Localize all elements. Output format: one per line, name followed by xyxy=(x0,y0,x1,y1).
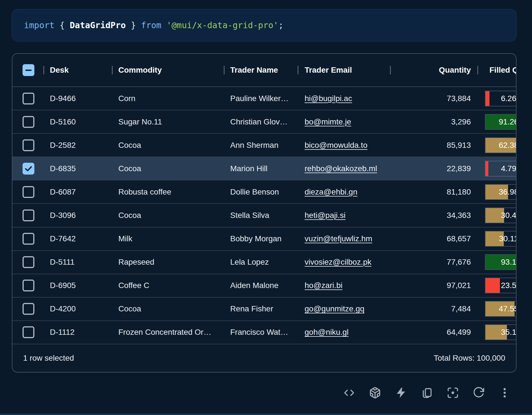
column-header-quantity[interactable]: Quantity xyxy=(391,66,478,75)
cell-desk: D-6905 xyxy=(44,281,113,290)
cell-desk: D-7642 xyxy=(44,234,113,243)
table-row[interactable]: D-6905 Coffee C Aiden Malone ho@zari.bi … xyxy=(12,274,516,298)
column-header-desk[interactable]: Desk xyxy=(44,66,113,75)
table-row[interactable]: D-2582 Cocoa Ann Sherman bico@mowulda.to… xyxy=(12,134,516,157)
code-snippet-panel: import { DataGridPro } from '@mui/x-data… xyxy=(12,9,517,41)
cell-trader-name: Aiden Malone xyxy=(225,281,298,290)
cell-desk: D-9466 xyxy=(44,94,113,103)
stackblitz-button[interactable] xyxy=(394,386,407,399)
cell-commodity: Milk xyxy=(113,234,225,243)
cell-commodity: Cocoa xyxy=(113,304,225,313)
filled-quantity-bar: 35.1 xyxy=(485,324,517,340)
cell-trader-name: Dollie Benson xyxy=(225,188,298,197)
table-row[interactable]: D-9466 Corn Pauline Wilker… hi@bugilpi.a… xyxy=(12,87,516,110)
filled-quantity-bar: 62.38 xyxy=(485,137,517,153)
filled-quantity-value: 93.1 xyxy=(486,255,517,269)
table-row[interactable]: D-5160 Sugar No.11 Christian Glov… bo@mi… xyxy=(12,110,516,134)
filled-quantity-value: 47.55 xyxy=(486,302,517,316)
trader-email-link[interactable]: vivosiez@cilboz.pk xyxy=(305,258,371,266)
filled-quantity-bar: 30.11 xyxy=(485,231,517,247)
refresh-icon xyxy=(473,387,485,399)
table-row[interactable]: D-6087 Robusta coffee Dollie Benson diez… xyxy=(12,180,516,204)
screenshot-icon xyxy=(447,387,459,399)
row-checkbox[interactable] xyxy=(23,139,34,151)
table-row[interactable]: D-7642 Milk Bobby Morgan vuzin@tefjuwliz… xyxy=(12,227,516,251)
trader-email-link[interactable]: hi@bugilpi.ac xyxy=(305,94,352,103)
code-icon xyxy=(343,387,355,399)
grid-header-row: Desk Commodity Trader Name Trader Email … xyxy=(12,54,516,87)
filled-quantity-value: 36.98 xyxy=(486,185,517,199)
filled-quantity-value: 23.5 xyxy=(486,278,517,293)
cell-quantity: 97,021 xyxy=(391,281,478,290)
cell-commodity: Corn xyxy=(113,94,225,103)
trader-email-link[interactable]: ho@zari.bi xyxy=(305,281,342,290)
filled-quantity-bar: 23.5 xyxy=(485,278,517,293)
trader-email-link[interactable]: heti@paji.si xyxy=(305,211,345,220)
cell-desk: D-5111 xyxy=(44,258,113,267)
column-header-trader-name[interactable]: Trader Name xyxy=(225,66,298,75)
table-row[interactable]: D-4200 Cocoa Rena Fisher go@gunmitze.gq … xyxy=(12,298,516,321)
filled-quantity-bar: 6.26 xyxy=(485,91,517,106)
filled-quantity-bar: 91.26 xyxy=(485,114,517,130)
cell-quantity: 77,676 xyxy=(391,258,478,267)
cell-desk: D-5160 xyxy=(44,117,113,126)
cell-trader-name: Stella Silva xyxy=(225,211,298,220)
more-vert-icon xyxy=(498,387,511,399)
row-checkbox[interactable] xyxy=(23,233,34,245)
row-checkbox[interactable] xyxy=(23,186,34,198)
filled-quantity-value: 6.26 xyxy=(486,91,517,106)
table-row[interactable]: D-1112 Frozen Concentrated Or… Francisco… xyxy=(12,321,516,344)
column-header-filled-quantity[interactable]: Filled Quantity xyxy=(478,54,517,86)
copy-icon xyxy=(421,387,433,399)
demo-toolbar xyxy=(343,386,511,399)
row-checkbox[interactable] xyxy=(23,256,34,268)
cell-trader-name: Pauline Wilker… xyxy=(225,94,298,103)
cell-trader-name: Lela Lopez xyxy=(225,258,298,267)
cell-commodity: Rapeseed xyxy=(113,258,225,267)
filled-quantity-value: 62.38 xyxy=(486,138,517,153)
trader-email-link[interactable]: go@gunmitze.gq xyxy=(305,304,364,313)
table-row[interactable]: D-6835 Cocoa Marion Hill rehbo@okakozeb.… xyxy=(12,157,516,180)
trader-email-link[interactable]: vuzin@tefjuwliz.hm xyxy=(305,234,372,243)
column-header-trader-email[interactable]: Trader Email xyxy=(298,66,391,75)
column-header-commodity[interactable]: Commodity xyxy=(113,66,225,75)
grid-rows: D-9466 Corn Pauline Wilker… hi@bugilpi.a… xyxy=(12,87,516,344)
filled-quantity-bar: 93.1 xyxy=(485,254,517,270)
code-token-brace: } xyxy=(126,20,141,30)
row-checkbox[interactable] xyxy=(23,163,34,175)
cell-quantity: 7,484 xyxy=(391,304,478,313)
trader-email-link[interactable]: bo@mimte.je xyxy=(305,117,351,126)
row-checkbox[interactable] xyxy=(23,116,34,128)
table-row[interactable]: D-3096 Cocoa Stella Silva heti@paji.si 3… xyxy=(12,204,516,227)
trader-email-link[interactable]: bico@mowulda.to xyxy=(305,141,367,150)
reset-demo-button[interactable] xyxy=(472,386,485,399)
row-checkbox[interactable] xyxy=(23,280,34,291)
codesandbox-button[interactable] xyxy=(369,386,382,399)
select-all-checkbox[interactable] xyxy=(23,64,34,76)
table-row[interactable]: D-5111 Rapeseed Lela Lopez vivosiez@cilb… xyxy=(12,251,516,274)
grid-footer: 1 row selected Total Rows: 100,000 xyxy=(12,344,516,372)
row-checkbox[interactable] xyxy=(23,326,34,338)
cell-quantity: 81,180 xyxy=(391,188,478,197)
filled-quantity-value: 30.11 xyxy=(486,231,517,246)
screenshot-button[interactable] xyxy=(446,386,459,399)
row-checkbox[interactable] xyxy=(23,209,34,221)
cell-desk: D-6835 xyxy=(44,164,113,173)
show-code-button[interactable] xyxy=(343,386,356,399)
filled-quantity-value: 30.4 xyxy=(486,208,517,223)
filled-quantity-bar: 4.79 xyxy=(485,161,517,177)
cell-quantity: 3,296 xyxy=(391,117,478,126)
cell-commodity: Robusta coffee xyxy=(113,188,225,197)
data-grid: Desk Commodity Trader Name Trader Email … xyxy=(12,53,517,372)
trader-email-link[interactable]: dieza@ehbi.gn xyxy=(305,188,357,196)
code-token-string: '@mui/x-data-grid-pro' xyxy=(167,20,278,30)
trader-email-link[interactable]: goh@niku.gl xyxy=(305,328,349,336)
copy-button[interactable] xyxy=(420,386,433,399)
check-icon xyxy=(24,164,33,173)
trader-email-link[interactable]: rehbo@okakozeb.ml xyxy=(305,164,377,173)
row-checkbox[interactable] xyxy=(23,303,34,315)
select-all-header-cell[interactable] xyxy=(12,64,44,76)
more-options-button[interactable] xyxy=(498,386,511,399)
filled-quantity-value: 91.26 xyxy=(486,115,517,129)
row-checkbox[interactable] xyxy=(23,93,34,104)
